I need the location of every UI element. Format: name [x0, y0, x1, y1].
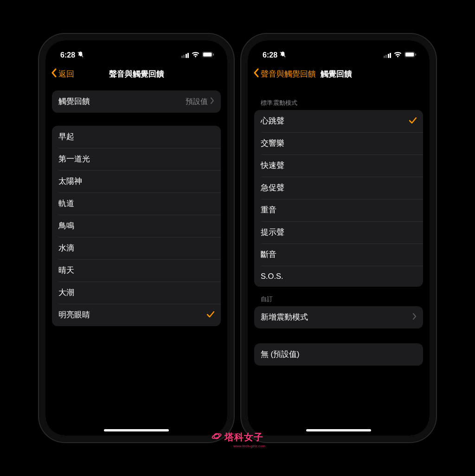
sounds-list: 早起第一道光太陽神軌道鳥鳴水滴晴天大潮明亮眼睛 [52, 126, 221, 326]
status-icons [181, 51, 215, 59]
sound-row[interactable]: 明亮眼睛 [52, 304, 221, 326]
nav-bar: 聲音與觸覺回饋 觸覺回饋 [248, 64, 430, 86]
notch [299, 40, 378, 54]
sound-row[interactable]: 第一道光 [52, 148, 221, 170]
content-right: 標準震動模式 心跳聲交響樂快速聲急促聲重音提示聲斷音S.O.S. 自訂 新增震動… [248, 86, 430, 366]
pattern-label: 斷音 [261, 250, 276, 260]
pattern-row[interactable]: 重音 [254, 199, 423, 221]
pattern-label: 快速聲 [261, 161, 284, 171]
sound-label: 明亮眼睛 [58, 310, 90, 320]
sound-row[interactable]: 水滴 [52, 237, 221, 259]
page-title: 聲音與觸覺回饋 [109, 69, 164, 79]
screen-right: 6:28 聲音與觸覺回饋 觸覺回饋 [248, 40, 430, 436]
back-chevron-icon[interactable] [51, 68, 58, 80]
section-header-custom: 自訂 [254, 287, 423, 306]
status-icons [384, 51, 417, 59]
haptic-value: 預設值 [186, 97, 208, 107]
sound-row[interactable]: 早起 [52, 126, 221, 148]
home-indicator[interactable] [306, 429, 371, 431]
none-label: 無 (預設值) [261, 349, 300, 360]
svg-rect-7 [415, 53, 416, 56]
notch [97, 40, 176, 54]
svg-point-9 [212, 433, 221, 439]
chevron-right-icon [413, 313, 417, 322]
wifi-icon [394, 51, 402, 59]
pattern-label: 提示聲 [261, 227, 284, 238]
none-row[interactable]: 無 (預設值) [254, 343, 423, 366]
sound-label: 太陽神 [58, 176, 82, 187]
sound-label: 第一道光 [58, 154, 90, 164]
haptic-feedback-row[interactable]: 觸覺回饋 預設值 [52, 90, 221, 113]
haptic-detail: 預設值 [186, 97, 214, 107]
add-vibration-label: 新增震動模式 [261, 312, 308, 322]
sound-label: 鳥鳴 [58, 221, 74, 231]
planet-icon [212, 431, 222, 444]
sound-label: 晴天 [58, 265, 74, 276]
battery-icon [202, 51, 214, 59]
bell-slash-icon [279, 51, 286, 60]
pattern-label: 急促聲 [261, 183, 284, 193]
battery-icon [404, 51, 417, 59]
chevron-right-icon [211, 97, 214, 106]
cellular-icon [384, 53, 392, 58]
phone-left: 6:28 返回 聲音與觸覺回饋 [39, 34, 234, 442]
add-vibration-row[interactable]: 新增震動模式 [254, 306, 423, 328]
back-chevron-icon[interactable] [253, 68, 260, 80]
custom-group: 新增震動模式 [254, 306, 423, 328]
section-header-standard: 標準震動模式 [254, 90, 423, 110]
haptic-group: 觸覺回饋 預設值 [52, 90, 221, 113]
home-indicator[interactable] [104, 429, 169, 431]
pattern-row[interactable]: S.O.S. [254, 266, 423, 287]
sound-row[interactable]: 太陽神 [52, 170, 221, 193]
none-group: 無 (預設值) [254, 343, 423, 366]
page-title: 觸覺回饋 [321, 69, 352, 79]
svg-rect-2 [203, 52, 212, 56]
check-icon [409, 116, 417, 126]
check-icon [207, 310, 214, 320]
back-button[interactable]: 聲音與觸覺回饋 [261, 69, 316, 79]
pattern-row[interactable]: 交響樂 [254, 132, 423, 154]
pattern-row[interactable]: 心跳聲 [254, 110, 423, 132]
sound-label: 大潮 [58, 288, 74, 298]
svg-rect-6 [405, 52, 414, 56]
back-button[interactable]: 返回 [58, 69, 74, 79]
patterns-list: 心跳聲交響樂快速聲急促聲重音提示聲斷音S.O.S. [254, 110, 423, 287]
sound-row[interactable]: 鳥鳴 [52, 215, 221, 237]
nav-bar: 返回 聲音與觸覺回饋 [45, 64, 227, 86]
pattern-row[interactable]: 提示聲 [254, 221, 423, 244]
time-text: 6:28 [263, 51, 277, 59]
watermark-sub: www.tech-girlz.com [233, 444, 265, 448]
pattern-row[interactable]: 快速聲 [254, 154, 423, 177]
pattern-label: 重音 [261, 205, 276, 215]
bell-slash-icon [77, 51, 84, 60]
pattern-label: 交響樂 [261, 138, 284, 148]
time-text: 6:28 [60, 51, 75, 59]
sound-label: 軌道 [58, 199, 74, 209]
cellular-icon [181, 53, 189, 58]
watermark-text: 塔科女子 [225, 431, 263, 444]
sound-row[interactable]: 晴天 [52, 259, 221, 282]
watermark: 塔科女子 www.tech-girlz.com [212, 431, 263, 444]
svg-rect-3 [213, 53, 214, 56]
pattern-label: S.O.S. [261, 272, 283, 281]
sound-label: 水滴 [58, 243, 74, 253]
sound-row[interactable]: 軌道 [52, 193, 221, 215]
wifi-icon [192, 51, 199, 59]
pattern-label: 心跳聲 [261, 116, 284, 126]
phone-right: 6:28 聲音與觸覺回饋 觸覺回饋 [241, 34, 436, 442]
pattern-row[interactable]: 急促聲 [254, 177, 423, 199]
content-left: 觸覺回饋 預設值 早起第一道光太陽神軌道鳥鳴水滴晴天大潮明亮眼睛 [45, 86, 227, 326]
screen-left: 6:28 返回 聲音與觸覺回饋 [45, 40, 227, 436]
haptic-label: 觸覺回饋 [58, 96, 90, 107]
sound-row[interactable]: 大潮 [52, 282, 221, 304]
pattern-row[interactable]: 斷音 [254, 244, 423, 266]
status-time: 6:28 [263, 51, 286, 60]
sound-label: 早起 [58, 132, 74, 142]
status-time: 6:28 [60, 51, 84, 60]
